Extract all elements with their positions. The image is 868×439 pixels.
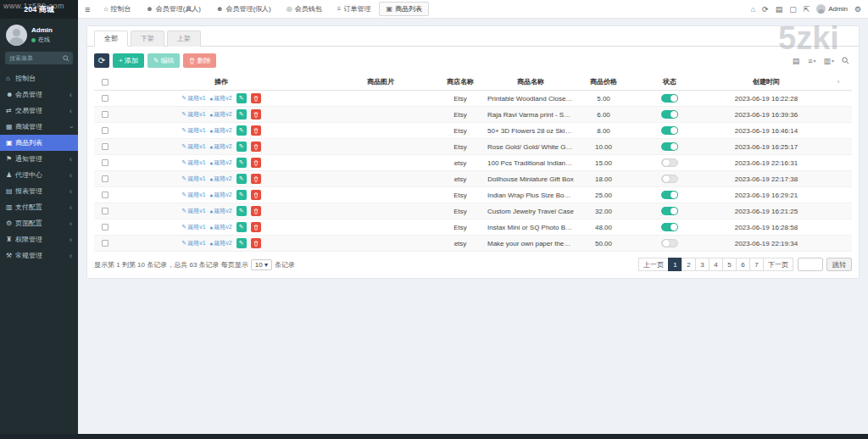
nav-tab[interactable]: ☻ 会员管理(真人) — [139, 2, 208, 16]
spec-v1-link[interactable]: ✎规格v1 — [181, 126, 205, 135]
spec-v1-link[interactable]: ✎规格v1 — [181, 110, 205, 119]
spec-v2-link[interactable]: ♠规格v2 — [210, 175, 232, 183]
spec-v1-link[interactable]: ✎规格v1 — [181, 191, 205, 199]
filter-tab[interactable]: 全部 — [94, 31, 128, 47]
row-edit-button[interactable]: ✎ — [236, 190, 247, 200]
status-toggle[interactable] — [661, 142, 678, 151]
search-icon-button[interactable] — [59, 52, 73, 64]
nav-tab[interactable]: ≡ 订单管理 — [331, 2, 378, 16]
spec-v2-link[interactable]: ♠规格v2 — [210, 239, 232, 247]
page-number-button[interactable]: 2 — [682, 258, 696, 271]
status-toggle[interactable] — [661, 110, 678, 119]
spec-v1-link[interactable]: ✎规格v1 — [181, 207, 205, 215]
page-number-button[interactable]: 4 — [709, 258, 723, 271]
spec-v2-link[interactable]: ♠规格v2 — [210, 191, 232, 199]
status-toggle[interactable] — [661, 223, 678, 231]
spec-v1-link[interactable]: ✎规格v1 — [181, 239, 205, 247]
row-checkbox[interactable] — [102, 127, 108, 134]
row-delete-button[interactable] — [251, 174, 261, 184]
card-view-icon[interactable]: ▤ — [790, 55, 804, 67]
filter-tab[interactable]: 下架 — [131, 31, 164, 47]
sidebar-item[interactable]: ⚙ 页面配置 ‹ — [0, 215, 78, 231]
prev-page-button[interactable]: 上一页 — [638, 258, 669, 271]
spec-v2-link[interactable]: ♠规格v2 — [210, 94, 232, 103]
row-delete-button[interactable] — [251, 142, 261, 152]
nav-tab[interactable]: ▣ 商品列表 — [379, 2, 429, 16]
row-delete-button[interactable] — [251, 238, 261, 248]
sidebar-item[interactable]: ▤ 报表管理 ‹ — [0, 183, 78, 199]
nav-tab[interactable]: ☻ 会员管理(假人) — [209, 2, 278, 16]
row-checkbox[interactable] — [102, 111, 108, 118]
spec-v1-link[interactable]: ✎规格v1 — [181, 158, 205, 167]
page-number-button[interactable]: 3 — [695, 258, 709, 271]
row-edit-button[interactable]: ✎ — [236, 109, 247, 119]
spec-v1-link[interactable]: ✎规格v1 — [181, 175, 205, 183]
sidebar-item[interactable]: ⇄ 交易管理 ‹ — [0, 103, 78, 119]
spec-v2-link[interactable]: ♠规格v2 — [210, 207, 232, 215]
row-edit-button[interactable]: ✎ — [236, 222, 247, 232]
spec-v2-link[interactable]: ♠规格v2 — [210, 110, 232, 119]
status-toggle[interactable] — [661, 175, 678, 183]
sidebar-item[interactable]: ♟ 代理中心 ‹ — [0, 167, 78, 183]
status-toggle[interactable] — [661, 126, 678, 135]
row-checkbox[interactable] — [102, 175, 108, 182]
select-all-checkbox[interactable] — [102, 79, 108, 86]
page-number-button[interactable]: 1 — [668, 258, 682, 271]
row-checkbox[interactable] — [102, 95, 108, 102]
settings-gear-icon[interactable]: ⚙ — [854, 5, 861, 14]
status-toggle[interactable] — [661, 191, 678, 199]
window-icon[interactable]: ▢ — [789, 5, 797, 14]
row-delete-button[interactable] — [251, 190, 261, 200]
row-delete-button[interactable] — [251, 93, 261, 103]
sidebar-item[interactable]: ⌂ 控制台 — [0, 70, 78, 86]
sidebar-item[interactable]: ♜ 权限管理 ‹ — [0, 231, 78, 247]
edit-button[interactable]: ✎编辑 — [147, 53, 181, 68]
user-menu[interactable]: Admin — [816, 4, 848, 14]
row-delete-button[interactable] — [251, 222, 261, 232]
filter-tab[interactable]: 上架 — [167, 31, 201, 47]
row-edit-button[interactable]: ✎ — [236, 125, 247, 136]
page-size-select[interactable]: 10 ▾ — [251, 259, 272, 270]
refresh-icon[interactable]: ⟳ — [762, 5, 769, 14]
column-scroll-arrow[interactable]: › — [825, 74, 852, 91]
row-edit-button[interactable]: ✎ — [236, 238, 247, 248]
hamburger-icon[interactable]: ≡ — [85, 4, 90, 14]
nav-tab[interactable]: ⌂ 控制台 — [97, 2, 137, 16]
columns-icon[interactable]: ▥▾ — [821, 55, 837, 67]
row-edit-button[interactable]: ✎ — [236, 174, 247, 184]
row-edit-button[interactable]: ✎ — [236, 142, 247, 152]
row-checkbox[interactable] — [102, 192, 108, 198]
status-toggle[interactable] — [661, 94, 678, 103]
list-view-icon[interactable]: ≡▾ — [805, 55, 818, 67]
row-checkbox[interactable] — [102, 143, 108, 150]
row-checkbox[interactable] — [102, 240, 108, 247]
status-toggle[interactable] — [661, 158, 678, 167]
fullscreen-icon[interactable]: ⇱ — [804, 5, 810, 14]
row-delete-button[interactable] — [251, 125, 261, 136]
page-number-button[interactable]: 7 — [749, 258, 764, 271]
page-number-button[interactable]: 5 — [722, 258, 737, 271]
row-checkbox[interactable] — [102, 208, 108, 214]
row-checkbox[interactable] — [102, 224, 108, 231]
next-page-button[interactable]: 下一页 — [763, 258, 793, 271]
page-jump-input[interactable] — [798, 258, 823, 271]
row-delete-button[interactable] — [251, 206, 261, 216]
nav-tab[interactable]: ◎ 会员钱包 — [280, 2, 329, 16]
spec-v1-link[interactable]: ✎规格v1 — [181, 142, 205, 151]
spec-v2-link[interactable]: ♠规格v2 — [210, 126, 232, 135]
sidebar-item[interactable]: ▦ 商城管理 ‹ — [0, 119, 78, 135]
sidebar-item[interactable]: ⚒ 常规管理 ‹ — [0, 247, 78, 264]
sidebar-item[interactable]: ☻ 会员管理 ‹ — [0, 86, 78, 103]
row-delete-button[interactable] — [251, 109, 261, 119]
spec-v1-link[interactable]: ✎规格v1 — [181, 94, 205, 103]
brand-logo[interactable]: 204 商城 — [0, 0, 78, 19]
refresh-button[interactable]: ⟳ — [94, 53, 109, 68]
status-toggle[interactable] — [661, 239, 678, 247]
status-toggle[interactable] — [661, 207, 678, 215]
sidebar-item[interactable]: ▥ 支付配置 ‹ — [0, 199, 78, 215]
page-jump-button[interactable]: 跳转 — [826, 258, 852, 271]
page-number-button[interactable]: 6 — [736, 258, 750, 271]
table-search-button[interactable] — [839, 55, 852, 66]
row-delete-button[interactable] — [251, 158, 261, 168]
spec-v1-link[interactable]: ✎规格v1 — [181, 223, 205, 231]
